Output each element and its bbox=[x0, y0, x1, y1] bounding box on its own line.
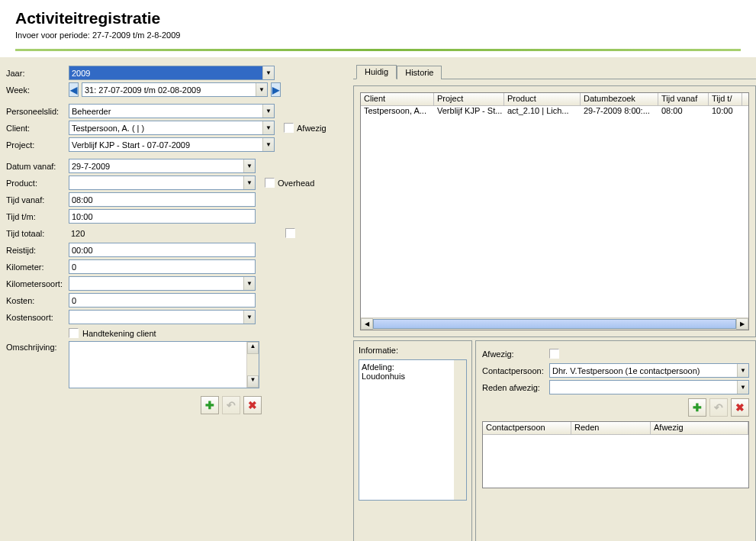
tijdtotaal-checkbox[interactable] bbox=[285, 228, 295, 238]
tijdtm-input[interactable]: 10:00 bbox=[69, 209, 256, 224]
tab-bar: Huidig Historie bbox=[353, 62, 756, 79]
horizontal-scrollbar[interactable]: ◀ ▶ bbox=[361, 317, 748, 330]
col-client[interactable]: Client bbox=[361, 93, 434, 105]
delete-icon: ✖ bbox=[248, 399, 257, 411]
kostensoort-label: Kostensoort: bbox=[6, 313, 69, 322]
scroll-left-icon[interactable]: ◀ bbox=[361, 318, 373, 330]
tijdvanaf-input[interactable]: 08:00 bbox=[69, 192, 256, 207]
reistijd-label: Reistijd: bbox=[6, 246, 69, 255]
handtekening-checkbox[interactable] bbox=[69, 328, 79, 338]
informatie-panel: Informatie: Afdeling: Loudonhuis bbox=[353, 340, 472, 541]
informatie-box: Afdeling: Loudonhuis bbox=[359, 359, 467, 501]
delete-button[interactable]: ✖ bbox=[243, 396, 262, 414]
afdeling-value: Loudonhuis bbox=[362, 372, 464, 381]
col-tijdvanaf[interactable]: Tijd vanaf bbox=[658, 93, 709, 105]
chevron-down-icon: ▼ bbox=[256, 83, 267, 96]
client-label: Client: bbox=[6, 124, 69, 133]
handtekening-label: Handtekening client bbox=[82, 329, 156, 338]
chevron-down-icon: ▼ bbox=[243, 277, 255, 290]
col-afwezig[interactable]: Afwezig bbox=[651, 422, 748, 434]
col-reden[interactable]: Reden bbox=[571, 422, 651, 434]
page-title: Activiteitregistratie bbox=[15, 9, 741, 27]
undo-icon: ↶ bbox=[227, 399, 236, 411]
reistijd-input[interactable]: 00:00 bbox=[69, 243, 256, 257]
scroll-up-icon[interactable]: ▲ bbox=[247, 342, 259, 354]
contact-add-button[interactable]: ✚ bbox=[688, 398, 706, 417]
tab-historie[interactable]: Historie bbox=[397, 66, 442, 79]
col-tijdtm[interactable]: Tijd t/ bbox=[709, 93, 742, 105]
col-product[interactable]: Product bbox=[504, 93, 581, 105]
contactpersoon-dropdown[interactable]: Dhr. V.Testpersoon (1e contactpersoon) ▼ bbox=[549, 363, 749, 378]
personeelslid-label: Personeelslid: bbox=[6, 107, 69, 116]
chevron-down-icon: ▼ bbox=[243, 176, 255, 189]
client-dropdown[interactable]: Testpersoon, A. ( | ) ▼ bbox=[69, 121, 275, 135]
header-divider bbox=[15, 49, 741, 51]
chevron-down-icon: ▼ bbox=[262, 138, 274, 151]
personeelslid-dropdown[interactable]: Beheerder ▼ bbox=[69, 104, 275, 118]
redenafwezig-label: Reden afwezig: bbox=[482, 383, 549, 392]
chevron-down-icon: ▼ bbox=[737, 364, 748, 377]
chevron-down-icon: ▼ bbox=[262, 105, 274, 118]
main-grid[interactable]: Client Project Product Datumbezoek Tijd … bbox=[360, 92, 749, 330]
tijdtm-label: Tijd t/m: bbox=[6, 212, 69, 221]
tijdtotaal-label: Tijd totaal: bbox=[6, 229, 69, 238]
page-header: Activiteitregistratie Invoer voor period… bbox=[0, 0, 756, 57]
scrollbar[interactable]: ▲ ▼ bbox=[246, 342, 259, 388]
contact-delete-button[interactable]: ✖ bbox=[731, 398, 749, 417]
week-dropdown[interactable]: 31: 27-07-2009 t/m 02-08-2009 ▼ bbox=[82, 82, 268, 97]
kostensoort-dropdown[interactable]: ▼ bbox=[69, 310, 256, 324]
chevron-down-icon: ▼ bbox=[243, 159, 255, 172]
contact-grid[interactable]: Contactpersoon Reden Afwezig bbox=[482, 421, 749, 488]
chevron-down-icon: ▼ bbox=[262, 121, 274, 134]
plus-icon: ✚ bbox=[693, 401, 702, 414]
kosten-label: Kosten: bbox=[6, 296, 69, 305]
omschrijving-textarea[interactable]: ▲ ▼ bbox=[69, 341, 259, 388]
product-dropdown[interactable]: ▼ bbox=[69, 176, 256, 190]
afwezig-label: Afwezig: bbox=[482, 349, 549, 359]
chevron-down-icon: ▼ bbox=[243, 311, 255, 324]
omschrijving-label: Omschrijving: bbox=[6, 341, 69, 352]
kilometer-input[interactable]: 0 bbox=[69, 259, 256, 274]
scrollbar-thumb[interactable] bbox=[373, 319, 736, 329]
add-button[interactable]: ✚ bbox=[201, 396, 219, 414]
kosten-input[interactable]: 0 bbox=[69, 293, 256, 308]
week-value: 31: 27-07-2009 t/m 02-08-2009 bbox=[85, 85, 256, 95]
scroll-down-icon[interactable]: ▼ bbox=[247, 375, 259, 388]
chevron-down-icon: ▼ bbox=[262, 66, 274, 79]
project-dropdown[interactable]: Verblijf KJP - Start - 07-07-2009 ▼ bbox=[69, 137, 275, 152]
overhead-checkbox[interactable] bbox=[265, 178, 275, 188]
contact-grid-header: Contactpersoon Reden Afwezig bbox=[483, 422, 748, 435]
col-project[interactable]: Project bbox=[434, 93, 504, 105]
contact-panel: Afwezig: Contactpersoon: Dhr. V.Testpers… bbox=[475, 340, 756, 541]
next-week-button[interactable]: ▶ bbox=[271, 82, 281, 97]
kmsoort-dropdown[interactable]: ▼ bbox=[69, 276, 256, 291]
year-dropdown[interactable]: 2009 ▼ bbox=[69, 66, 275, 80]
col-datumbezoek[interactable]: Datumbezoek bbox=[581, 93, 658, 105]
prev-week-button[interactable]: ◀ bbox=[69, 82, 79, 97]
afwezig-checkbox[interactable] bbox=[284, 123, 294, 133]
product-label: Product: bbox=[6, 179, 69, 188]
plus-icon: ✚ bbox=[205, 399, 214, 411]
undo-button[interactable]: ↶ bbox=[222, 396, 240, 414]
project-label: Project: bbox=[6, 140, 69, 150]
col-contactpersoon[interactable]: Contactpersoon bbox=[483, 422, 571, 434]
scrollbar[interactable] bbox=[454, 360, 466, 500]
redenafwezig-dropdown[interactable]: ▼ bbox=[549, 380, 749, 394]
contact-afwezig-checkbox[interactable] bbox=[549, 349, 559, 359]
week-label: Week: bbox=[6, 85, 69, 95]
datumvanaf-dropdown[interactable]: 29-7-2009 ▼ bbox=[69, 159, 256, 173]
contactpersoon-label: Contactpersoon: bbox=[482, 366, 549, 375]
tab-huidig[interactable]: Huidig bbox=[356, 65, 397, 79]
afdeling-label: Afdeling: bbox=[362, 362, 464, 372]
undo-icon: ↶ bbox=[714, 401, 723, 414]
chevron-down-icon: ▼ bbox=[737, 381, 748, 394]
right-panel: Huidig Historie Client Project Product D… bbox=[347, 57, 756, 541]
afwezig-label: Afwezig bbox=[297, 124, 327, 133]
grid-header: Client Project Product Datumbezoek Tijd … bbox=[361, 93, 748, 106]
tijdvanaf-label: Tijd vanaf: bbox=[6, 195, 69, 204]
scroll-right-icon[interactable]: ▶ bbox=[736, 318, 748, 330]
overhead-label: Overhead bbox=[278, 179, 314, 188]
table-row[interactable]: Testpersoon, A... Verblijf KJP - St... a… bbox=[361, 106, 748, 118]
kilometer-label: Kilometer: bbox=[6, 262, 69, 272]
contact-undo-button[interactable]: ↶ bbox=[709, 398, 728, 417]
